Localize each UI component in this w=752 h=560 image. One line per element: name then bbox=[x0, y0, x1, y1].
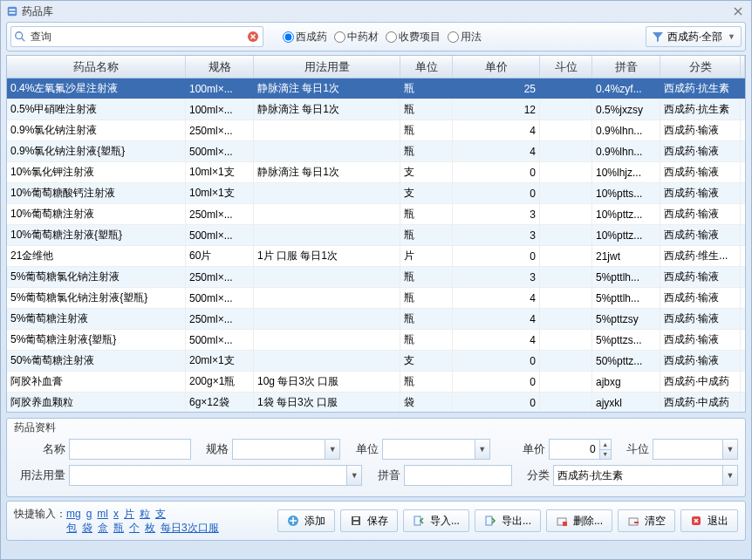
spin-up-icon[interactable]: ▲ bbox=[600, 440, 611, 450]
close-icon[interactable] bbox=[730, 3, 746, 19]
quick-link[interactable]: 枚 bbox=[145, 522, 155, 534]
chevron-down-icon[interactable]: ▼ bbox=[475, 439, 490, 460]
table-row[interactable]: 50%葡萄糖注射液20ml×1支支050%pttz...西成药·输液 bbox=[7, 351, 745, 372]
spin-down-icon[interactable]: ▼ bbox=[600, 450, 611, 460]
quick-link[interactable]: 个 bbox=[129, 522, 140, 534]
quick-link[interactable]: 每日3次口服 bbox=[161, 522, 219, 534]
cell: 瓶 bbox=[400, 120, 453, 140]
export-button[interactable]: 导出... bbox=[475, 509, 541, 532]
cell: 21金维他 bbox=[7, 246, 186, 266]
col-header[interactable]: 规格 bbox=[186, 56, 254, 78]
import-button[interactable]: 导入... bbox=[403, 509, 469, 532]
radio-用法[interactable]: 用法 bbox=[448, 30, 482, 44]
quick-link[interactable]: 粒 bbox=[140, 508, 150, 520]
pos-combo[interactable]: ▼ bbox=[653, 439, 738, 460]
pos-input[interactable] bbox=[653, 439, 722, 460]
col-header[interactable]: 斗位 bbox=[540, 56, 592, 78]
usage-input[interactable] bbox=[69, 465, 346, 486]
radio-收费项目[interactable]: 收费项目 bbox=[386, 30, 441, 44]
table-row[interactable]: 0.9%氯化钠注射液{塑瓶}500ml×...瓶40.9%lhn...西成药·输… bbox=[7, 141, 745, 162]
quick-link[interactable]: 袋 bbox=[82, 522, 92, 534]
col-header[interactable]: 分类 bbox=[660, 56, 741, 78]
col-header[interactable]: 拼音 bbox=[592, 56, 660, 78]
cell: 瓶 bbox=[400, 204, 453, 224]
cell: 500ml×... bbox=[186, 141, 254, 161]
price-spinner[interactable]: ▲▼ bbox=[549, 439, 612, 460]
chevron-down-icon[interactable]: ▼ bbox=[325, 439, 340, 460]
clear-search-icon[interactable] bbox=[243, 31, 263, 43]
cat-input[interactable] bbox=[553, 465, 722, 486]
plus-icon bbox=[287, 515, 299, 527]
chevron-down-icon[interactable]: ▼ bbox=[346, 465, 362, 486]
spec-combo[interactable]: ▼ bbox=[232, 439, 340, 460]
quick-link[interactable]: 瓶 bbox=[113, 522, 124, 534]
unit-combo[interactable]: ▼ bbox=[382, 439, 490, 460]
price-input[interactable] bbox=[549, 439, 599, 460]
table-row[interactable]: 5%葡萄糖氯化钠注射液{塑瓶}500ml×...瓶45%pttlh...西成药·… bbox=[7, 288, 745, 309]
delete-button[interactable]: 删除... bbox=[546, 509, 612, 532]
exit-button[interactable]: 退出 bbox=[680, 509, 738, 532]
quick-link[interactable]: ml bbox=[97, 508, 108, 520]
cell bbox=[540, 246, 592, 266]
cell: 0.4%左氧氟沙星注射液 bbox=[7, 79, 186, 99]
cell: 10%葡萄糖酸钙注射液 bbox=[7, 183, 186, 203]
table-row[interactable]: 21金维他60片1片 口服 每日1次片021jwt西成药·维生... bbox=[7, 246, 745, 267]
quick-link[interactable]: 片 bbox=[124, 508, 134, 520]
cell: 0 bbox=[453, 246, 540, 266]
quick-link[interactable]: g bbox=[86, 508, 92, 520]
cell: 0.5%jxzsy bbox=[592, 99, 660, 120]
table-row[interactable]: 10%葡萄糖注射液250ml×...瓶310%pttz...西成药·输液 bbox=[7, 204, 745, 225]
usage-combo[interactable]: ▼ bbox=[69, 465, 362, 486]
spec-input[interactable] bbox=[232, 439, 325, 460]
py-field[interactable] bbox=[404, 465, 512, 486]
chevron-down-icon[interactable]: ▼ bbox=[722, 439, 738, 460]
col-header[interactable]: 药品名称 bbox=[7, 56, 186, 78]
svg-rect-13 bbox=[563, 522, 567, 526]
clear-button[interactable]: 清空 bbox=[618, 509, 675, 532]
detail-panel: 药品资料 名称 规格 ▼ 单位 ▼ 单价 ▲▼ 斗位 ▼ 用法用量 ▼ 拼音 分… bbox=[6, 418, 746, 497]
grid-body[interactable]: 0.4%左氧氟沙星注射液100ml×...静脉滴注 每日1次瓶250.4%zyf… bbox=[7, 79, 745, 412]
table-row[interactable]: 10%葡萄糖酸钙注射液10ml×1支支010%ptts...西成药·输液 bbox=[7, 183, 745, 204]
table-row[interactable]: 5%葡萄糖注射液250ml×...瓶45%pttzsy西成药·输液 bbox=[7, 309, 745, 330]
table-row[interactable]: 阿胶补血膏200g×1瓶10g 每日3次 口服瓶0ajbxg西成药·中成药 bbox=[7, 372, 745, 393]
table-row[interactable]: 10%氯化钾注射液10ml×1支静脉滴注 每日1次支010%lhjz...西成药… bbox=[7, 162, 745, 183]
radio-西成药[interactable]: 西成药 bbox=[283, 30, 327, 44]
cell: 4 bbox=[453, 309, 540, 329]
chevron-down-icon[interactable]: ▼ bbox=[722, 465, 738, 486]
search-input[interactable] bbox=[53, 28, 243, 45]
quick-link[interactable]: 包 bbox=[66, 522, 77, 534]
quick-link[interactable]: x bbox=[113, 508, 119, 520]
quick-link[interactable]: 盒 bbox=[98, 522, 108, 534]
cell: 10ml×1支 bbox=[186, 162, 254, 182]
table-row[interactable]: 0.9%氯化钠注射液250ml×...瓶40.9%lhn...西成药·输液 bbox=[7, 120, 745, 141]
quick-link[interactable]: 支 bbox=[155, 508, 166, 520]
table-row[interactable]: 0.4%左氧氟沙星注射液100ml×...静脉滴注 每日1次瓶250.4%zyf… bbox=[7, 79, 745, 99]
table-row[interactable]: 0.5%甲硝唑注射液100ml×...静脉滴注 每日1次瓶120.5%jxzsy… bbox=[7, 99, 745, 120]
col-header[interactable]: 单价 bbox=[453, 56, 540, 78]
import-icon bbox=[413, 515, 425, 527]
delete-icon bbox=[556, 515, 568, 527]
cell: 0.9%lhn... bbox=[592, 120, 660, 140]
cat-combo[interactable]: ▼ bbox=[553, 465, 738, 486]
table-row[interactable]: 阿胶养血颗粒6g×12袋1袋 每日3次 口服袋0ajyxkl西成药·中成药 bbox=[7, 393, 745, 412]
cell: 0 bbox=[453, 372, 540, 392]
filter-label: 西成药·全部 bbox=[667, 30, 722, 44]
radio-中药材[interactable]: 中药材 bbox=[334, 30, 379, 44]
table-row[interactable]: 10%葡萄糖注射液{塑瓶}500ml×...瓶310%pttz...西成药·输液 bbox=[7, 225, 745, 246]
cell: 250ml×... bbox=[186, 309, 254, 329]
toolbar: 查询 西成药中药材收费项目用法 西成药·全部 ▼ bbox=[6, 22, 746, 51]
cell: 6g×12袋 bbox=[186, 393, 254, 412]
table-row[interactable]: 5%葡萄糖氯化钠注射液250ml×...瓶35%pttlh...西成药·输液 bbox=[7, 267, 745, 288]
name-field[interactable] bbox=[69, 439, 191, 460]
table-row[interactable]: 5%葡萄糖注射液{塑瓶}500ml×...瓶45%pttzs...西成药·输液 bbox=[7, 330, 745, 351]
data-grid: 药品名称规格用法用量单位单价斗位拼音分类 0.4%左氧氟沙星注射液100ml×.… bbox=[6, 55, 746, 413]
col-header[interactable]: 用法用量 bbox=[254, 56, 400, 78]
unit-input[interactable] bbox=[382, 439, 475, 460]
col-header[interactable]: 单位 bbox=[400, 56, 453, 78]
cell bbox=[540, 393, 592, 412]
save-button[interactable]: 保存 bbox=[340, 509, 398, 532]
filter-button[interactable]: 西成药·全部 ▼ bbox=[646, 26, 742, 47]
cell bbox=[540, 141, 592, 161]
add-button[interactable]: 添加 bbox=[277, 509, 335, 532]
quick-link[interactable]: mg bbox=[66, 508, 81, 520]
